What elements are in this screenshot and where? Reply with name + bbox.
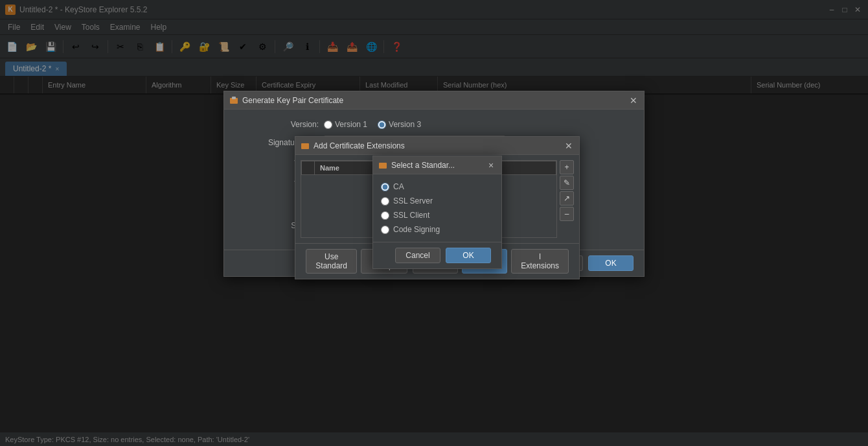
- select-standard-cancel[interactable]: Cancel: [395, 248, 440, 263]
- svg-rect-2: [301, 143, 309, 149]
- version3-text: Version 3: [389, 120, 421, 129]
- generate-dialog-titlebar: Generate Key Pair Certificate ✕: [224, 91, 644, 110]
- add-cert-ext-titlebar: Add Certificate Extensions ✕: [295, 137, 579, 155]
- version-row: Version: Version 1 Version 3: [234, 120, 634, 129]
- select-standard-footer: Cancel OK: [373, 242, 501, 268]
- version1-text: Version 1: [335, 120, 367, 129]
- standard-ssl-server-radio[interactable]: [381, 197, 389, 205]
- standard-ssl-client-text: SSL Client: [393, 211, 429, 220]
- standard-code-signing-label[interactable]: Code Signing: [381, 225, 494, 234]
- generate-dialog-title: Generate Key Pair Certificate: [242, 96, 624, 105]
- version3-radio[interactable]: [378, 121, 386, 129]
- generate-dialog-icon: [229, 96, 238, 105]
- standard-ssl-client-label[interactable]: SSL Client: [381, 211, 494, 220]
- standard-ca-text: CA: [393, 182, 404, 191]
- add-cert-ext-title: Add Certificate Extensions: [314, 141, 560, 150]
- standard-ca-label[interactable]: CA: [381, 182, 494, 191]
- select-standard-titlebar: Select a Standar... ×: [373, 156, 501, 174]
- select-standard-close[interactable]: ×: [486, 160, 496, 170]
- select-standard-dialog: Select a Standar... × CA SSL Server SSL …: [372, 156, 502, 269]
- version3-label[interactable]: Version 3: [378, 120, 421, 129]
- ext-move-btn[interactable]: ↗: [560, 191, 574, 205]
- version1-label[interactable]: Version 1: [324, 120, 367, 129]
- modal-overlay: Generate Key Pair Certificate ✕ Version:…: [0, 0, 868, 446]
- select-standard-icon: [378, 161, 387, 170]
- ext-col-icon: [302, 161, 315, 175]
- select-standard-ok[interactable]: OK: [446, 248, 491, 263]
- select-standard-title: Select a Standar...: [391, 161, 482, 170]
- version-radio-group: Version 1 Version 3: [324, 120, 421, 129]
- generate-ok-button[interactable]: OK: [588, 255, 634, 271]
- svg-rect-1: [232, 97, 236, 99]
- standard-code-signing-text: Code Signing: [393, 225, 440, 234]
- standard-ca-radio[interactable]: [381, 183, 389, 191]
- svg-rect-3: [379, 163, 387, 169]
- standard-code-signing-radio[interactable]: [381, 226, 389, 234]
- add-cert-ext-icon: [301, 141, 310, 150]
- version-label: Version:: [234, 120, 319, 129]
- ext-edit-btn[interactable]: ✎: [560, 176, 574, 190]
- ext-side-buttons: + ✎ ↗ –: [560, 160, 574, 238]
- select-standard-body: CA SSL Server SSL Client Code Signing: [373, 174, 501, 242]
- use-standard-button[interactable]: Use Standard: [306, 249, 357, 274]
- standard-ssl-server-label[interactable]: SSL Server: [381, 196, 494, 205]
- extensions-button[interactable]: l Extensions: [511, 249, 569, 274]
- ext-remove-btn[interactable]: –: [560, 207, 574, 221]
- generate-dialog-close[interactable]: ✕: [628, 95, 639, 106]
- standard-radio-list: CA SSL Server SSL Client Code Signing: [378, 177, 496, 239]
- version1-radio[interactable]: [324, 121, 332, 129]
- standard-ssl-server-text: SSL Server: [393, 196, 433, 205]
- add-cert-ext-close[interactable]: ✕: [564, 141, 574, 151]
- ext-add-btn[interactable]: +: [560, 160, 574, 174]
- standard-ssl-client-radio[interactable]: [381, 211, 389, 220]
